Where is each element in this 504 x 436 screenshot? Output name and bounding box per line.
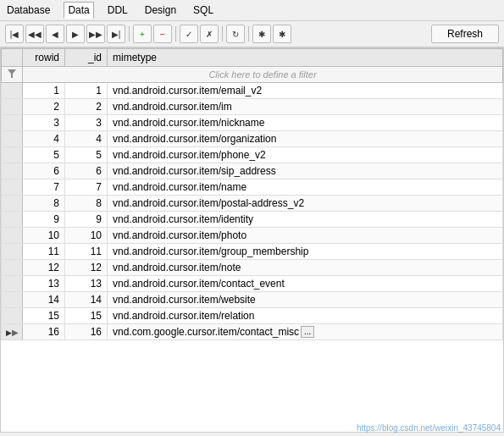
cell-id[interactable]: 1 bbox=[65, 83, 108, 99]
separator-4 bbox=[248, 26, 249, 41]
cell-mimetype[interactable]: vnd.android.cursor.item/postal-address_v… bbox=[108, 196, 503, 212]
cell-rowid[interactable]: 3 bbox=[23, 115, 65, 131]
star-button-2[interactable]: ✱ bbox=[273, 25, 291, 43]
cell-mimetype[interactable]: vnd.android.cursor.item/organization bbox=[108, 131, 503, 147]
filter-placeholder[interactable]: Click here to define a filter bbox=[23, 67, 503, 83]
separator-3 bbox=[222, 26, 223, 41]
table-row[interactable]: 44vnd.android.cursor.item/organization bbox=[2, 131, 503, 147]
row-indicator-cell bbox=[2, 131, 23, 147]
prev10-button[interactable]: ◀◀ bbox=[25, 25, 44, 43]
table-row[interactable]: 77vnd.android.cursor.item/name bbox=[2, 179, 503, 196]
data-table: rowid _id mimetype Click here to define … bbox=[1, 48, 503, 340]
cell-rowid[interactable]: 9 bbox=[23, 212, 65, 228]
cell-id[interactable]: 14 bbox=[65, 292, 108, 308]
cell-rowid[interactable]: 6 bbox=[23, 163, 65, 179]
star-button-1[interactable]: ✱ bbox=[252, 25, 271, 43]
cell-id[interactable]: 6 bbox=[65, 163, 108, 179]
row-indicator-cell bbox=[2, 308, 23, 324]
cell-mimetype[interactable]: vnd.android.cursor.item/contact_event bbox=[108, 276, 503, 292]
cell-mimetype[interactable]: vnd.android.cursor.item/email_v2 bbox=[108, 83, 503, 99]
cell-id[interactable]: 15 bbox=[65, 308, 108, 324]
cell-rowid[interactable]: 4 bbox=[23, 131, 65, 147]
cell-rowid[interactable]: 12 bbox=[23, 260, 65, 276]
ellipsis-button[interactable]: ... bbox=[301, 326, 314, 338]
first-button[interactable]: |◀ bbox=[5, 25, 24, 43]
table-row[interactable]: ▶1616vnd.com.google.cursor.item/contact_… bbox=[2, 324, 503, 340]
table-row[interactable]: 33vnd.android.cursor.item/nickname bbox=[2, 115, 503, 131]
cell-mimetype[interactable]: vnd.android.cursor.item/im bbox=[108, 99, 503, 115]
cell-mimetype[interactable]: vnd.android.cursor.item/note bbox=[108, 260, 503, 276]
col-id[interactable]: _id bbox=[65, 49, 108, 67]
cell-mimetype[interactable]: vnd.android.cursor.item/phone_v2 bbox=[108, 147, 503, 163]
refresh-button[interactable]: Refresh bbox=[431, 25, 499, 43]
row-indicator-cell bbox=[2, 196, 23, 212]
cell-mimetype[interactable]: vnd.android.cursor.item/sip_address bbox=[108, 163, 503, 179]
next-button[interactable]: ▶ bbox=[66, 25, 85, 43]
table-row[interactable]: 1111vnd.android.cursor.item/group_member… bbox=[2, 244, 503, 260]
cell-rowid[interactable]: 5 bbox=[23, 147, 65, 163]
table-row[interactable]: 66vnd.android.cursor.item/sip_address bbox=[2, 163, 503, 179]
table-row[interactable]: 88vnd.android.cursor.item/postal-address… bbox=[2, 196, 503, 212]
table-row[interactable]: 1414vnd.android.cursor.item/website bbox=[2, 292, 503, 308]
cell-mimetype[interactable]: vnd.android.cursor.item/nickname bbox=[108, 115, 503, 131]
cell-rowid[interactable]: 7 bbox=[23, 179, 65, 196]
table-row[interactable]: 1515vnd.android.cursor.item/relation bbox=[2, 308, 503, 324]
filter-row: Click here to define a filter bbox=[2, 67, 503, 83]
cell-id[interactable]: 4 bbox=[65, 131, 108, 147]
table-row[interactable]: 1313vnd.android.cursor.item/contact_even… bbox=[2, 276, 503, 292]
cell-rowid[interactable]: 2 bbox=[23, 99, 65, 115]
cell-mimetype[interactable]: vnd.android.cursor.item/photo bbox=[108, 228, 503, 244]
menu-ddl[interactable]: DDL bbox=[104, 3, 131, 18]
cell-id[interactable]: 12 bbox=[65, 260, 108, 276]
table-row[interactable]: 1212vnd.android.cursor.item/note bbox=[2, 260, 503, 276]
cell-mimetype[interactable]: vnd.com.google.cursor.item/contact_misc.… bbox=[108, 324, 503, 340]
cell-rowid[interactable]: 1 bbox=[23, 83, 65, 99]
cell-mimetype[interactable]: vnd.android.cursor.item/website bbox=[108, 292, 503, 308]
cell-rowid[interactable]: 8 bbox=[23, 196, 65, 212]
cell-rowid[interactable]: 16 bbox=[23, 324, 65, 340]
cell-mimetype[interactable]: vnd.android.cursor.item/name bbox=[108, 179, 503, 196]
refresh-small-button[interactable]: ↻ bbox=[226, 25, 245, 43]
separator-2 bbox=[175, 26, 176, 41]
cell-id[interactable]: 13 bbox=[65, 276, 108, 292]
cell-id[interactable]: 8 bbox=[65, 196, 108, 212]
last-button[interactable]: ▶| bbox=[107, 25, 125, 43]
cell-rowid[interactable]: 15 bbox=[23, 308, 65, 324]
table-row[interactable]: 22vnd.android.cursor.item/im bbox=[2, 99, 503, 115]
cell-rowid[interactable]: 14 bbox=[23, 292, 65, 308]
table-row[interactable]: 99vnd.android.cursor.item/identity bbox=[2, 212, 503, 228]
col-rowid[interactable]: rowid bbox=[23, 49, 65, 67]
filter-icon bbox=[7, 69, 17, 79]
table-row[interactable]: 11vnd.android.cursor.item/email_v2 bbox=[2, 83, 503, 99]
add-row-button[interactable]: + bbox=[133, 25, 152, 43]
table-row[interactable]: 1010vnd.android.cursor.item/photo bbox=[2, 228, 503, 244]
cell-mimetype[interactable]: vnd.android.cursor.item/relation bbox=[108, 308, 503, 324]
menu-sql[interactable]: SQL bbox=[190, 3, 217, 18]
cell-id[interactable]: 2 bbox=[65, 99, 108, 115]
row-indicator-cell bbox=[2, 115, 23, 131]
menu-data[interactable]: Data bbox=[64, 2, 93, 19]
cancel-button[interactable]: ✗ bbox=[200, 25, 219, 43]
prev-button[interactable]: ◀ bbox=[46, 25, 64, 43]
cell-rowid[interactable]: 13 bbox=[23, 276, 65, 292]
cell-mimetype[interactable]: vnd.android.cursor.item/identity bbox=[108, 212, 503, 228]
menu-database[interactable]: Database bbox=[3, 3, 53, 18]
cell-rowid[interactable]: 10 bbox=[23, 228, 65, 244]
toolbar: |◀ ◀◀ ◀ ▶ ▶▶ ▶| + − ✓ ✗ ↻ ✱ ✱ Refresh bbox=[0, 21, 504, 47]
cell-id[interactable]: 9 bbox=[65, 212, 108, 228]
confirm-button[interactable]: ✓ bbox=[180, 25, 198, 43]
table-row[interactable]: 55vnd.android.cursor.item/phone_v2 bbox=[2, 147, 503, 163]
cell-mimetype[interactable]: vnd.android.cursor.item/group_membership bbox=[108, 244, 503, 260]
menu-design[interactable]: Design bbox=[141, 3, 180, 18]
row-indicator-cell bbox=[2, 228, 23, 244]
remove-row-button[interactable]: − bbox=[153, 25, 172, 43]
cell-id[interactable]: 16 bbox=[65, 324, 108, 340]
cell-id[interactable]: 11 bbox=[65, 244, 108, 260]
cell-id[interactable]: 7 bbox=[65, 179, 108, 196]
cell-id[interactable]: 5 bbox=[65, 147, 108, 163]
cell-rowid[interactable]: 11 bbox=[23, 244, 65, 260]
cell-id[interactable]: 10 bbox=[65, 228, 108, 244]
next10-button[interactable]: ▶▶ bbox=[86, 25, 105, 43]
col-mimetype[interactable]: mimetype bbox=[108, 49, 503, 67]
cell-id[interactable]: 3 bbox=[65, 115, 108, 131]
